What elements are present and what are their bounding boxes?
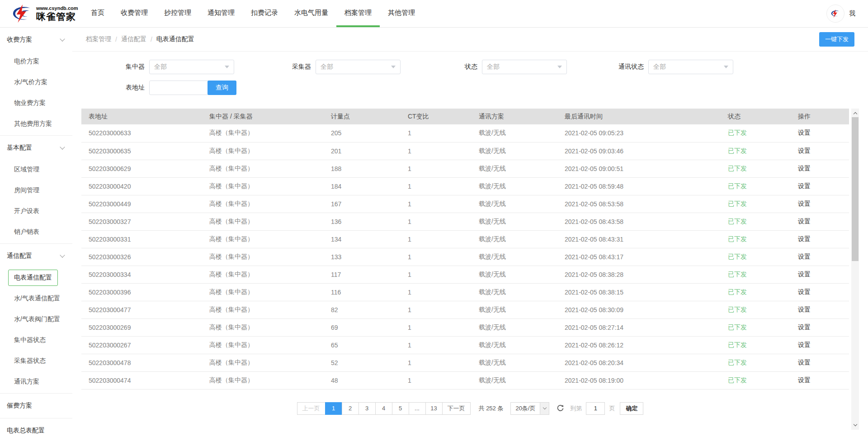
breadcrumb-item[interactable]: 档案管理 (86, 35, 111, 43)
cell-last-comm-time: 2021-02-05 09:05:23 (557, 124, 721, 142)
refresh-button[interactable] (557, 404, 564, 412)
goto-suffix-label: 页 (609, 404, 615, 413)
page-button-3[interactable]: 3 (359, 402, 376, 415)
sidebar-item[interactable]: 区域管理 (0, 159, 72, 180)
user-menu-label[interactable]: 我 (849, 10, 855, 18)
sidebar-item[interactable]: 集中器状态 (0, 330, 72, 351)
settings-link[interactable]: 设置 (798, 271, 811, 278)
cell-action: 设置 (791, 318, 849, 336)
settings-link[interactable]: 设置 (798, 182, 811, 190)
cell-device: 高楼（集中器） (202, 142, 324, 160)
sidebar-item[interactable]: 电价方案 (0, 51, 72, 72)
cell-ct-ratio: 1 (401, 248, 472, 266)
scrollbar-thumb[interactable] (852, 117, 859, 261)
nav-tab-5[interactable]: 扣费记录 (243, 0, 286, 27)
page-size-select[interactable]: 20条/页 (510, 402, 549, 415)
sidebar-item[interactable]: 采集器状态 (0, 351, 72, 371)
sidebar-group: 基本配置区域管理房间管理开户设表销户销表 (0, 136, 72, 244)
main-menu: 首页收费管理抄控管理通知管理扣费记录水电气用量档案管理其他管理 (83, 0, 423, 27)
scroll-down-icon[interactable] (851, 422, 859, 428)
goto-page-input[interactable] (586, 402, 605, 415)
settings-link[interactable]: 设置 (798, 376, 811, 384)
cell-action: 设置 (791, 124, 849, 142)
settings-link[interactable]: 设置 (798, 147, 811, 154)
settings-link[interactable]: 设置 (798, 235, 811, 242)
nav-tab-3[interactable]: 抄控管理 (156, 0, 199, 27)
page-button-1[interactable]: 1 (325, 402, 342, 415)
confirm-button[interactable]: 确定 (620, 402, 643, 415)
user-avatar[interactable] (826, 5, 844, 23)
next-page-button[interactable]: 下一页 (442, 402, 471, 415)
cell-status: 已下发 (721, 195, 791, 213)
status-label: 状态 (443, 63, 477, 71)
sidebar-item[interactable]: 水/气价方案 (0, 72, 72, 93)
cell-meter-address: 502203000267 (81, 336, 202, 354)
settings-link[interactable]: 设置 (798, 253, 811, 260)
cell-last-comm-time: 2021-02-05 08:43:58 (557, 213, 721, 230)
settings-link[interactable]: 设置 (798, 200, 811, 207)
sidebar-item[interactable]: 水/气表阀门配置 (0, 309, 72, 330)
settings-link[interactable]: 设置 (798, 306, 811, 313)
cell-ct-ratio: 1 (401, 266, 472, 283)
vertical-scrollbar[interactable] (851, 109, 859, 430)
sidebar-item[interactable]: 物业费方案 (0, 93, 72, 114)
page-button-5[interactable]: 5 (392, 402, 409, 415)
cell-status: 已下发 (721, 213, 791, 230)
settings-link[interactable]: 设置 (798, 218, 811, 225)
prev-page-button[interactable]: 上一页 (297, 402, 326, 415)
sidebar-item[interactable]: 其他费用方案 (0, 114, 72, 134)
sidebar-item[interactable]: 销户销表 (0, 222, 72, 242)
cell-last-comm-time: 2021-02-05 08:26:12 (557, 336, 721, 354)
sidebar-item[interactable]: 开户设表 (0, 201, 72, 222)
sidebar-group-label: 通信配置 (7, 252, 32, 260)
settings-link[interactable]: 设置 (798, 341, 811, 348)
concentrator-select[interactable]: 全部 (149, 60, 234, 74)
cell-action: 设置 (791, 336, 849, 354)
sidebar-group-title[interactable]: 电表总表配置 (0, 419, 72, 437)
dispatch-all-button[interactable]: 一键下发 (819, 32, 854, 47)
cell-comm-plan: 载波/无线 (472, 230, 557, 248)
cell-metering-point: 69 (324, 318, 401, 336)
nav-tab-6[interactable]: 水电气用量 (286, 0, 336, 27)
sidebar-group-label: 收费方案 (7, 36, 32, 44)
cell-ct-ratio: 1 (401, 318, 472, 336)
nav-tab-7[interactable]: 档案管理 (336, 0, 380, 27)
column-header-4: CT变比 (401, 109, 472, 124)
sidebar-item[interactable]: 水/气表通信配置 (0, 288, 72, 309)
cell-metering-point: 117 (324, 266, 401, 283)
status-badge: 已下发 (728, 129, 747, 136)
sidebar-item[interactable]: 房间管理 (0, 180, 72, 201)
comm-status-select[interactable]: 全部 (648, 60, 733, 74)
sidebar-group-title[interactable]: 收费方案 (0, 28, 72, 51)
nav-tab-1[interactable]: 首页 (83, 0, 113, 27)
sidebar-group-title[interactable]: 基本配置 (0, 137, 72, 159)
settings-link[interactable]: 设置 (798, 323, 811, 331)
collector-select[interactable]: 全部 (316, 60, 401, 74)
sidebar-item[interactable]: 通讯方案 (0, 371, 72, 392)
sidebar-group-title[interactable]: 催费方案 (0, 394, 72, 417)
settings-link[interactable]: 设置 (798, 288, 811, 295)
scroll-up-icon[interactable] (851, 110, 859, 117)
settings-link[interactable]: 设置 (798, 359, 811, 366)
nav-tab-8[interactable]: 其他管理 (380, 0, 423, 27)
cell-metering-point: 167 (324, 195, 401, 213)
page-button-2[interactable]: 2 (342, 402, 359, 415)
cell-comm-plan: 载波/无线 (472, 318, 557, 336)
sidebar-item[interactable]: 电表通信配置 (0, 267, 72, 288)
page-button-4[interactable]: 4 (375, 402, 392, 415)
breadcrumb-item[interactable]: 通信配置 (121, 35, 146, 43)
table-row: 502203000327高楼（集中器）1361载波/无线2021-02-05 0… (81, 213, 849, 230)
page-button-13[interactable]: 13 (425, 402, 443, 415)
search-button[interactable]: 查询 (208, 81, 236, 95)
settings-link[interactable]: 设置 (798, 129, 811, 136)
nav-tab-2[interactable]: 收费管理 (113, 0, 156, 27)
nav-tab-4[interactable]: 通知管理 (199, 0, 243, 27)
brand-logo[interactable]: www.csyndb.com 咪雀管家 (0, 0, 83, 27)
filter-meter-address: 表地址 (111, 81, 277, 95)
settings-link[interactable]: 设置 (798, 165, 811, 172)
sidebar-group-title[interactable]: 通信配置 (0, 245, 72, 267)
status-select[interactable]: 全部 (482, 60, 567, 74)
table-row: 502203000396高楼（集中器）1161载波/无线2021-02-05 0… (81, 283, 849, 301)
table-row: 502203000331高楼（集中器）1341载波/无线2021-02-05 0… (81, 230, 849, 248)
cell-action: 设置 (791, 195, 849, 213)
